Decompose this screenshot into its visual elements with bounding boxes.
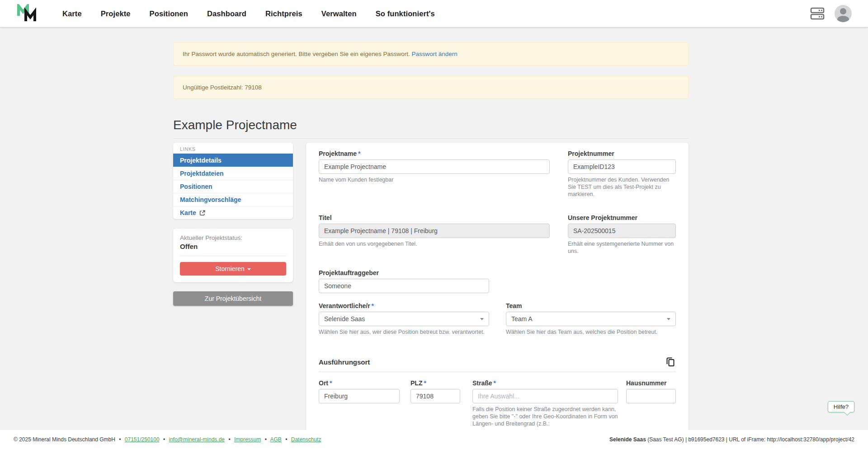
required-marker: * [330, 379, 332, 387]
projektnummer-label: Projektnummer [568, 150, 676, 157]
required-marker: * [358, 150, 360, 157]
user-avatar[interactable] [835, 5, 852, 22]
projektnummer-input[interactable] [568, 159, 676, 174]
nav-item-richtpreis[interactable]: Richtpreis [265, 9, 302, 18]
nav-item-so-funktionierts[interactable]: So funktioniert's [376, 9, 435, 18]
team-selected-value: Team A [511, 315, 533, 323]
nav-item-verwalten[interactable]: Verwalten [321, 9, 357, 18]
copy-icon[interactable] [665, 356, 676, 367]
footer-bullet: • [228, 436, 230, 443]
team-select[interactable]: Team A [506, 312, 676, 326]
strasse-help: Falls die Position keiner Straße zugeord… [472, 406, 618, 427]
required-marker: * [494, 379, 496, 387]
sidebar-item-label: Positionen [180, 183, 212, 190]
verantwortliche-select[interactable]: Selenide Saas [319, 312, 489, 326]
unsere-projektnummer-help: Erhält eine systemgenerierte Nummer von … [568, 240, 676, 255]
ort-label: Ort* [319, 379, 400, 387]
team-label: Team [506, 302, 676, 309]
footer-impressum-link[interactable]: Impressum [234, 436, 261, 443]
label-text: PLZ [410, 379, 422, 387]
mineral-minds-logo-icon[interactable] [16, 4, 37, 23]
sidebar-item-positionen[interactable]: Positionen [173, 180, 293, 193]
page-title: Example Projectname [173, 118, 689, 132]
projektauftraggeber-input[interactable] [319, 279, 489, 293]
chevron-down-icon [667, 318, 670, 320]
verantwortliche-selected-value: Selenide Saas [324, 315, 365, 323]
label-text: Verantwortliche/r [319, 302, 370, 309]
hilfe-button[interactable]: Hilfe? [828, 401, 854, 412]
footer-left: © 2025 Mineral Minds Deutschland GmbH • … [14, 436, 321, 443]
verantwortliche-label: Verantwortliche/r* [319, 302, 489, 309]
sidebar-item-projektdetails[interactable]: Projektdetails [173, 154, 293, 167]
stornieren-button[interactable]: Stornieren [180, 262, 286, 276]
sidebar-item-karte[interactable]: Karte [173, 206, 293, 219]
team-help: Wählen Sie hier das Team aus, welches di… [506, 328, 676, 336]
plz-input[interactable] [410, 389, 460, 403]
projektauftraggeber-label: Projektauftraggeber [319, 269, 489, 276]
footer-phone-link[interactable]: 07151/250100 [125, 436, 160, 443]
password-alert: Ihr Passwort wurde automatisch generiert… [173, 42, 689, 65]
status-label: Aktueller Projektstatus: [180, 234, 286, 241]
page-content: Ihr Passwort wurde automatisch generiert… [0, 27, 868, 442]
nav-item-dashboard[interactable]: Dashboard [207, 9, 246, 18]
title-divider [173, 138, 689, 139]
sidebar-item-projektdateien[interactable]: Projektdateien [173, 167, 293, 180]
projektuebersicht-button[interactable]: Zur Projektübersicht [173, 291, 293, 306]
titel-help: Erhält den von uns vorgegebenen Titel. [319, 240, 550, 248]
sidebar-item-label: Projektdetails [180, 157, 222, 164]
strasse-label: Straße* [472, 379, 618, 387]
footer-bullet: • [265, 436, 267, 443]
project-sidebar: LINKS Projektdetails Projektdateien Posi… [173, 143, 293, 306]
sidebar-item-matchingvorschlaege[interactable]: Matchingvorschläge [173, 193, 293, 206]
required-marker: * [424, 379, 426, 387]
plz-alert-text: Ungültige Postleitzahl: 79108 [183, 84, 262, 91]
avatar-head-icon [840, 8, 846, 14]
top-navbar: Karte Projekte Positionen Dashboard Rich… [0, 0, 868, 27]
links-card-header: LINKS [173, 143, 293, 154]
label-text: Projektname [319, 150, 357, 157]
page-footer: © 2025 Mineral Minds Deutschland GmbH • … [0, 430, 868, 449]
nav-item-karte[interactable]: Karte [62, 9, 82, 18]
project-details-form: Projektname* Name vom Kunden festlegbar … [306, 143, 689, 442]
nav-item-positionen[interactable]: Positionen [150, 9, 188, 18]
plz-invalid-alert: Ungültige Postleitzahl: 79108 [173, 76, 689, 99]
sidebar-item-label: Karte [180, 209, 196, 216]
server-icon[interactable] [810, 7, 825, 20]
plz-label: PLZ* [410, 379, 460, 387]
password-alert-text: Ihr Passwort wurde automatisch generiert… [183, 51, 410, 57]
projektnummer-help: Projektnummer des Kunden. Verwenden Sie … [568, 176, 676, 198]
sidebar-item-label: Projektdateien [180, 170, 223, 177]
required-marker: * [372, 302, 374, 309]
password-change-link[interactable]: Passwort ändern [412, 51, 458, 57]
titel-input [319, 224, 550, 238]
links-card: LINKS Projektdetails Projektdateien Posi… [173, 143, 293, 219]
main-navigation: Karte Projekte Positionen Dashboard Rich… [62, 9, 435, 18]
project-status-card: Aktueller Projektstatus: Offen Storniere… [173, 229, 293, 282]
footer-bullet: • [163, 436, 165, 443]
verantwortliche-help: Wählen Sie hier aus, wer diese Position … [319, 328, 489, 336]
nav-item-projekte[interactable]: Projekte [101, 9, 131, 18]
stornieren-button-label: Stornieren [215, 265, 245, 272]
footer-session-info: Selenide Saas (Saas Test AG) | b91695ed7… [609, 436, 854, 443]
unsere-projektnummer-input [568, 224, 676, 238]
hausnummer-label: Hausnummer [626, 379, 676, 387]
hausnummer-input[interactable] [626, 389, 676, 403]
projektname-label: Projektname* [319, 150, 550, 157]
strasse-input[interactable] [472, 389, 618, 403]
projektname-input[interactable] [319, 159, 550, 174]
sidebar-item-label: Matchingvorschläge [180, 196, 241, 203]
footer-copyright: © 2025 Mineral Minds Deutschland GmbH [14, 436, 115, 443]
ort-input[interactable] [319, 389, 400, 403]
footer-email-link[interactable]: info@mineral-minds.de [169, 436, 225, 443]
status-value: Offen [180, 243, 286, 250]
caret-down-icon [247, 268, 251, 270]
label-text: Ort [319, 379, 328, 387]
label-text: Straße [472, 379, 492, 387]
footer-agb-link[interactable]: AGB [270, 436, 282, 443]
unsere-projektnummer-label: Unsere Projektnummer [568, 214, 676, 221]
external-link-icon [199, 210, 205, 216]
footer-datenschutz-link[interactable]: Datenschutz [291, 436, 321, 443]
section-divider [319, 372, 676, 372]
status-divider [180, 256, 286, 256]
projektname-help: Name vom Kunden festlegbar [319, 176, 550, 183]
